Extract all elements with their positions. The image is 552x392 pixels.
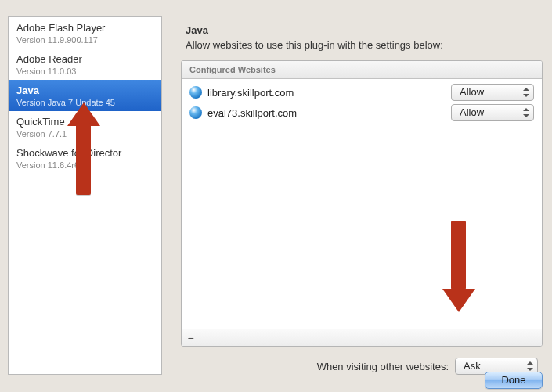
- website-mode-select[interactable]: Allow: [451, 104, 534, 121]
- plugin-version: Version 7.7.1: [16, 129, 153, 138]
- configured-websites-table: Configured Websites library.skillport.co…: [181, 60, 543, 347]
- plugin-settings-panel: Adobe Flash Player Version 11.9.900.117 …: [8, 16, 543, 375]
- plugin-title: Java: [16, 85, 153, 96]
- plugin-title: Shockwave for Director: [16, 147, 153, 159]
- plugin-version: Version 11.9.900.117: [16, 35, 153, 45]
- plugin-title: Adobe Reader: [16, 53, 153, 65]
- sidebar-item-java[interactable]: Java Version Java 7 Update 45: [9, 80, 161, 111]
- website-name: library.skillport.com: [207, 87, 451, 99]
- plugin-title: QuickTime: [16, 116, 153, 128]
- done-button[interactable]: Done: [485, 372, 543, 389]
- table-row[interactable]: library.skillport.com Allow: [182, 82, 542, 102]
- globe-icon: [189, 106, 202, 119]
- minus-icon: −: [187, 332, 193, 344]
- sidebar-item-adobe-reader[interactable]: Adobe Reader Version 11.0.03: [9, 49, 161, 80]
- globe-icon: [189, 86, 202, 99]
- other-websites-label: When visiting other websites:: [317, 361, 449, 372]
- website-mode-select[interactable]: Allow: [451, 84, 534, 101]
- remove-website-button[interactable]: −: [182, 329, 200, 346]
- website-name: eval73.skillport.com: [207, 107, 451, 119]
- select-value: Allow: [451, 104, 534, 121]
- plugin-title: Adobe Flash Player: [16, 22, 153, 34]
- websites-list: library.skillport.com Allow eval73.skill…: [182, 79, 542, 329]
- section-description: Allow websites to use this plug-in with …: [181, 39, 543, 51]
- plugin-version: Version Java 7 Update 45: [16, 98, 153, 107]
- sidebar-item-quicktime[interactable]: QuickTime Version 7.7.1: [9, 111, 161, 142]
- sidebar-item-flash[interactable]: Adobe Flash Player Version 11.9.900.117: [9, 17, 161, 49]
- plugin-sidebar: Adobe Flash Player Version 11.9.900.117 …: [8, 16, 162, 375]
- table-header: Configured Websites: [182, 61, 542, 79]
- plugin-version: Version 11.0.03: [16, 67, 153, 76]
- table-row[interactable]: eval73.skillport.com Allow: [182, 102, 542, 123]
- dialog-actions: Done: [485, 372, 543, 389]
- plugin-detail-pane: Java Allow websites to use this plug-in …: [181, 16, 543, 375]
- plugin-version: Version 11.6.4r634: [16, 160, 153, 170]
- select-value: Allow: [451, 84, 534, 101]
- sidebar-item-shockwave[interactable]: Shockwave for Director Version 11.6.4r63…: [9, 142, 161, 174]
- table-footer: −: [182, 329, 542, 346]
- page-title: Java: [181, 24, 543, 36]
